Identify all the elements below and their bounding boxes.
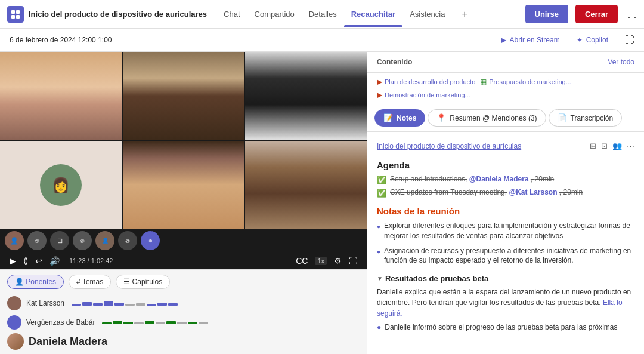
mini-avatar-2[interactable]: @ <box>27 231 47 250</box>
agenda-title: Agenda <box>377 160 634 170</box>
file-chip-2[interactable]: ▦ Presupuesto de marketing... <box>480 78 571 86</box>
top-bar: Inicio del producto de dispositivo de au… <box>0 0 644 29</box>
agenda-mention-1: @Daniela Madera <box>469 175 529 183</box>
ppt-icon-2: ▶ <box>377 91 382 99</box>
speaker-avatar-vergüenzas <box>7 315 21 330</box>
app-icon <box>7 6 24 23</box>
agenda-time-1: , <box>531 175 535 183</box>
meeting-link[interactable]: Inicio del producto de dispositivo de au… <box>377 142 521 150</box>
mini-avatar-3[interactable]: ⊞ <box>50 231 69 250</box>
tab-compartido[interactable]: Compartido <box>247 1 302 27</box>
time-display: 11:23 / 1:02:42 <box>69 257 113 264</box>
agenda-time-2: , <box>559 188 564 196</box>
speakers-panel: 👤 Ponentes # Temas ☰ Capítulos Kat Larss… <box>0 269 367 354</box>
transcripcion-tab-label: Transcripción <box>571 114 614 122</box>
copilot-button[interactable]: ✦ Copilot <box>572 33 613 47</box>
collapse-icon[interactable]: ▼ <box>377 275 383 282</box>
playback-controls: ▶ ⟪ ↩ 🔊 11:23 / 1:02:42 CC 1x ⚙ ⛶ <box>0 253 367 269</box>
tab-chat[interactable]: Chat <box>216 1 247 27</box>
tab-temas[interactable]: # Temas <box>69 275 111 289</box>
ppt-icon-1: ▶ <box>377 78 382 86</box>
note-item-1: ● Explorar diferentes enfoques para la i… <box>377 221 634 241</box>
tab-asistencia[interactable]: Asistencia <box>402 1 452 27</box>
nav-tabs: Chat Compartido Detalles Recauchitar Asi… <box>216 1 452 27</box>
speed-badge[interactable]: 1x <box>315 257 327 265</box>
file-chip-3[interactable]: ▶ Demostración de marketing... <box>377 91 470 99</box>
video-cell-6 <box>245 141 367 229</box>
skip-back-button[interactable]: ⟪ <box>23 256 28 266</box>
ponentes-icon: 👤 <box>15 278 24 286</box>
close-button[interactable]: Cerrar <box>575 5 618 23</box>
tab-detalles[interactable]: Detalles <box>302 1 344 27</box>
share-icon[interactable]: 👥 <box>612 141 622 150</box>
resumen-tab-icon: 📍 <box>436 113 446 122</box>
date-screen-icon[interactable]: ⛶ <box>625 35 634 45</box>
tab-transcripcion[interactable]: 📄 Transcripción <box>549 109 623 127</box>
tab-ponentes[interactable]: 👤 Ponentes <box>7 275 64 289</box>
ver-todo-button[interactable]: Ver todo <box>608 58 634 66</box>
bullet-2: ● <box>377 248 380 266</box>
add-tab-button[interactable]: + <box>457 9 472 20</box>
agenda-text-2: CXE updates from Tuesday meeting, <box>390 188 507 196</box>
file-chip-1[interactable]: ▶ Plan de desarrollo del producto <box>377 78 475 86</box>
mini-avatar-7[interactable]: ⊕ <box>141 231 160 250</box>
mini-avatar-5[interactable]: 👤 <box>95 231 114 250</box>
notes-title: Notas de la reunión <box>377 206 634 216</box>
notes-tab-icon: 📝 <box>383 113 393 122</box>
link-actions: ⊞ ⊡ 👥 ⋯ <box>590 141 634 150</box>
rewind-button[interactable]: ↩ <box>35 256 42 266</box>
speaker-bars-2 <box>102 321 208 324</box>
note-text-2: Asignación de recursos y presupuesto a d… <box>384 246 634 266</box>
xlsx-icon: ▦ <box>480 78 487 86</box>
speaker-name-2: Vergüenzas de Babár <box>26 318 95 327</box>
tab-notes[interactable]: 📝 Notes <box>374 109 425 127</box>
svg-rect-0 <box>11 10 15 14</box>
agenda-item-1: ✅ Setup and introductions, @Daniela Made… <box>377 175 634 184</box>
join-button[interactable]: Unirse <box>525 5 568 23</box>
speaker-bars-1 <box>72 301 178 306</box>
copy-icon[interactable]: ⊡ <box>601 141 608 150</box>
fullscreen-button[interactable]: ⛶ <box>349 256 357 266</box>
speaker-item-1: Kat Larsson <box>7 294 360 313</box>
current-speaker-row: Daniela Madera <box>7 332 360 350</box>
mini-avatar-1[interactable]: 👤 <box>5 231 24 250</box>
captions-button[interactable]: CC <box>296 256 308 266</box>
grid-icon[interactable]: ⊞ <box>590 141 596 150</box>
content-header: Contenido Ver todo <box>367 52 644 73</box>
play-button[interactable]: ▶ <box>10 256 16 266</box>
volume-button[interactable]: 🔊 <box>49 256 60 266</box>
transcripcion-tab-icon: 📄 <box>558 113 567 122</box>
video-grid: 👩 <box>0 52 367 229</box>
copilot-icon: ✦ <box>577 36 583 44</box>
speaker-avatar-kat <box>7 296 21 310</box>
beta-section: ▼ Resultados de pruebas beta Danielle ex… <box>377 274 634 333</box>
speaker-name-1: Kat Larsson <box>26 299 64 307</box>
date-bar: 6 de febrero de 2024 12:00 1:00 ▶ Abrir … <box>0 29 644 52</box>
mini-avatar-4[interactable]: @ <box>73 231 92 250</box>
content-files: ▶ Plan de desarrollo del producto ▦ Pres… <box>367 73 644 104</box>
main-content: 👩 👤 @ ⊞ @ 👤 @ ⊕ ▶ ⟪ ↩ 🔊 11:23 <box>0 52 644 354</box>
current-speaker-name: Daniela Madera <box>29 335 107 348</box>
video-cell-5 <box>123 141 244 229</box>
more-icon[interactable]: ⋯ <box>627 141 634 150</box>
tab-capitulos[interactable]: ☰ Capítulos <box>116 275 170 289</box>
tab-recauchitar[interactable]: Recauchitar <box>344 1 402 27</box>
mini-avatar-6[interactable]: @ <box>118 231 137 250</box>
file-name-3: Demostración de marketing... <box>385 91 470 98</box>
screen-icon[interactable]: ⛶ <box>627 9 637 20</box>
svg-rect-1 <box>16 10 20 14</box>
agenda-item-2: ✅ CXE updates from Tuesday meeting, @Kat… <box>377 188 634 198</box>
agenda-text-1: Setup and introductions, <box>390 175 467 183</box>
beta-title: ▼ Resultados de pruebas beta <box>377 274 634 283</box>
open-stream-button[interactable]: ▶ Abrir en Stream <box>496 33 565 47</box>
speaker-avatar-4: 👩 <box>40 164 82 206</box>
settings-button[interactable]: ⚙ <box>334 256 342 266</box>
current-speaker-avatar <box>7 333 24 350</box>
right-panel: Contenido Ver todo ▶ Plan de desarrollo … <box>367 52 644 354</box>
bottom-avatars: 👤 @ ⊞ @ 👤 @ ⊕ <box>5 231 160 250</box>
agenda-mention-2: @Kat Larsson <box>509 188 557 196</box>
svg-rect-3 <box>16 15 20 19</box>
content-label: Contenido <box>377 58 412 66</box>
notes-tab-label: Notes <box>397 114 416 122</box>
tab-resumen[interactable]: 📍 Resumen @ Menciones (3) <box>428 109 546 127</box>
